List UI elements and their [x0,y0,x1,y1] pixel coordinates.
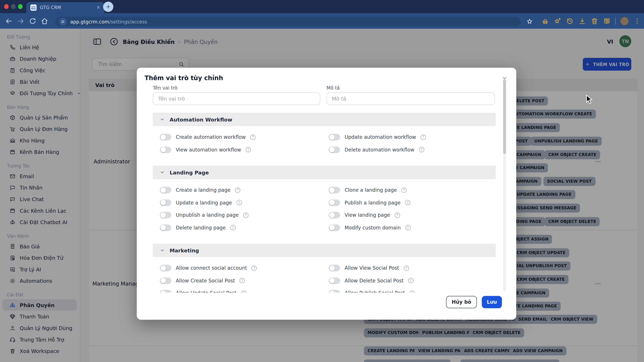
toggle-switch[interactable] [160,290,172,293]
toggle-switch[interactable] [160,146,172,153]
permission-row: Unpublish a landing page? [160,209,329,222]
help-icon[interactable]: ? [419,147,424,152]
help-icon[interactable]: ? [408,278,414,283]
help-icon[interactable]: ? [410,291,415,293]
add-role-modal: Thêm vai trò tùy chỉnh Tên vai trò Mô tả… [137,68,516,320]
help-icon[interactable]: ? [240,278,245,283]
maximize-window-button[interactable] [18,4,23,9]
permission-row: Update a landing page? [160,196,329,209]
permission-label: Clone a landing page [345,187,397,193]
permission-row: Allow Create Social Post? [160,274,329,287]
permission-label: Create a landing page [176,187,230,193]
bookmark-star-icon[interactable] [526,18,533,25]
help-icon[interactable]: ? [241,291,246,293]
forward-icon[interactable] [17,17,25,25]
permission-row: Update automation workflow? [328,131,496,143]
permission-row: Allow Publish Social Post? [328,287,496,293]
browser-chrome: GTG CRM GTG CRM ✕ app.gtgcrm.com/setting… [0,0,644,29]
toggle-switch[interactable] [160,277,172,284]
url-text: app.gtgcrm.com/settings/access [70,18,147,24]
help-icon[interactable]: ? [401,188,407,193]
permission-label: Allow Publish Social Post [345,290,405,293]
description-input[interactable] [326,92,495,105]
permission-label: Create automation workflow [176,134,246,140]
permission-section-header[interactable]: Automation Workflow [153,113,496,126]
reload-icon[interactable] [29,17,36,25]
tab-title: GTG CRM [40,5,93,10]
toggle-switch[interactable] [328,146,340,153]
toggle-switch[interactable] [160,134,172,140]
permission-row: Create automation workflow? [160,131,329,143]
help-icon[interactable]: ? [235,188,240,193]
permission-row: Allow View Social Post? [328,262,496,274]
help-icon[interactable]: ? [405,200,410,205]
toggle-switch[interactable] [328,265,340,271]
sparkle-star-icon[interactable] [554,17,562,25]
save-button[interactable]: Lưu [482,296,502,308]
toggle-switch[interactable] [328,199,340,206]
toggle-switch[interactable] [328,212,340,218]
toggle-switch[interactable] [328,187,340,193]
help-icon[interactable]: ? [405,225,410,230]
permission-label: Modify custom domain [345,225,401,230]
permission-row: Allow connect social account? [160,262,329,274]
permission-label: Allow View Social Post [345,265,399,271]
permissions-scroll-area[interactable]: Automation WorkflowCreate automation wor… [153,109,496,293]
help-icon[interactable]: ? [250,135,256,140]
close-window-button[interactable] [4,4,8,9]
history-icon[interactable] [566,17,574,25]
help-icon[interactable]: ? [236,200,242,205]
section-title: Marketing [170,247,199,254]
toggle-switch[interactable] [328,277,340,284]
browser-tab[interactable]: GTG CRM GTG CRM ✕ [26,2,104,13]
plus-icon [106,4,111,9]
modal-scrollbar-thumb[interactable] [503,80,506,154]
toggle-switch[interactable] [160,187,172,193]
help-icon[interactable]: ? [404,266,409,271]
trash-icon[interactable] [591,17,598,25]
permission-label: Delete automation workflow [345,147,414,152]
toggle-switch[interactable] [160,199,172,206]
new-tab-button[interactable] [103,2,113,12]
permission-label: Allow Update Social Post [176,290,236,293]
role-name-input[interactable] [153,92,320,105]
permission-label: View landing page [345,212,390,218]
permission-label: View automation workflow [176,147,241,152]
window-controls[interactable] [4,4,22,9]
permission-section-header[interactable]: Landing Page [153,166,496,179]
minimize-window-button[interactable] [11,4,16,9]
help-icon[interactable]: ? [246,147,251,152]
permission-rows: Allow connect social account?Allow View … [153,257,496,293]
site-settings-icon[interactable] [59,18,66,25]
tab-close-icon[interactable]: ✕ [96,5,100,10]
toggle-switch[interactable] [328,290,340,293]
help-icon[interactable]: ? [230,225,236,230]
help-icon[interactable]: ? [252,266,257,271]
permission-section-header[interactable]: Marketing [153,244,496,257]
section-title: Landing Page [170,169,209,175]
reading-list-icon[interactable] [603,17,611,25]
permission-label: Delete landing page [176,225,226,230]
browser-profile-avatar[interactable] [620,17,629,25]
toggle-switch[interactable] [328,134,340,140]
toggle-switch[interactable] [160,265,172,271]
toggle-switch[interactable] [328,224,340,231]
kebab-menu-icon[interactable] [633,17,641,25]
chevron-down-icon [160,117,165,122]
permission-rows: Create automation workflow?Update automa… [153,126,496,157]
site-favicon: GTG CRM [30,4,36,11]
permission-rows: Create a landing page?Clone a landing pa… [153,179,496,235]
download-icon[interactable] [578,17,586,25]
incognito-icon[interactable] [541,17,549,25]
back-icon[interactable] [5,17,13,25]
description-label: Mô tả [326,85,340,91]
home-icon[interactable] [40,17,48,25]
app-viewport: Đối TượngLiên HệDoanh NghiệpCông ViệcBài… [0,29,644,362]
address-bar[interactable]: app.gtgcrm.com/settings/access [55,17,521,26]
help-icon[interactable]: ? [420,135,426,140]
help-icon[interactable]: ? [394,213,400,218]
toggle-switch[interactable] [160,224,172,231]
toggle-switch[interactable] [160,212,172,218]
cancel-button[interactable]: Hủy bỏ [446,296,477,308]
help-icon[interactable]: ? [243,213,248,218]
